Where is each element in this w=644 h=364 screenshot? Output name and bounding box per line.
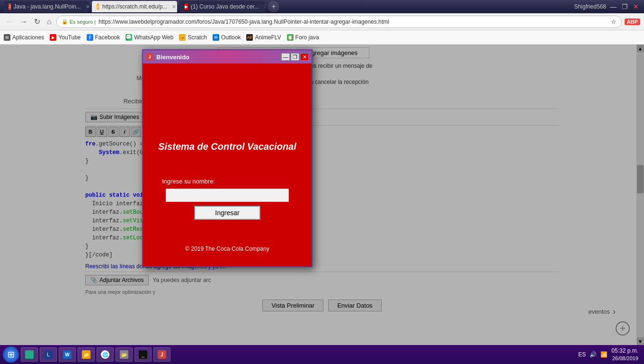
bookmark-scratch[interactable]: 🐱 Scratch (179, 34, 207, 41)
dialog-minimize-button[interactable]: — (281, 53, 290, 61)
dialog-title-text: Bienvenido (156, 54, 189, 61)
taskbar-icon-cmd: _ (139, 350, 147, 359)
taskbar: ⊞ L W 📁 🌐 📂 _ J ES 🔊 📶 05:32 p.m. 26/08/… (0, 345, 644, 364)
dialog-close-button[interactable]: ✕ (300, 53, 309, 61)
tab-bar: J Java - java.lang.NullPoin... ✕ S https… (4, 1, 279, 12)
url-input-box[interactable]: 🔒 Es seguro | https://www.lawebdelprogra… (56, 16, 622, 28)
windows-icon: ⊞ (8, 349, 15, 360)
dialog-name-input[interactable] (166, 189, 289, 202)
facebook-icon: f (87, 34, 93, 41)
scratch-icon: 🐱 (179, 34, 186, 41)
tab-label-java: Java - java.lang.NullPoin... (14, 3, 81, 10)
taskbar-icon-explorer: 📁 (82, 350, 90, 359)
dialog-titlebar: J Bienvenido — ❐ ✕ (143, 50, 312, 64)
tab-youtube[interactable]: ▶ (1) Curso Java desde cer... ✕ (180, 1, 265, 12)
tab-scratch[interactable]: S https://scratch.mit.edu/p... ✕ (92, 1, 177, 12)
tray-lang: ES (578, 351, 586, 358)
dialog-form: Ingrese su nombre: Ingresar (152, 178, 302, 220)
bookmarks-bar: ⊞ Aplicaciones ▶ YouTube f Facebook 💬 Wh… (0, 30, 644, 45)
tray-clock: 05:32 p.m. 26/08/2019 (611, 347, 638, 362)
tray-volume-icon[interactable]: 🔊 (590, 351, 597, 358)
tab-close-scratch[interactable]: ✕ (172, 4, 176, 10)
bookmark-facebook-label: Facebook (95, 34, 120, 41)
bookmark-star-icon[interactable]: ☆ (611, 18, 617, 25)
tab-favicon-scratch: S (97, 3, 99, 10)
taskbar-item-2[interactable]: L (40, 347, 57, 362)
apps-icon: ⊞ (4, 34, 10, 41)
dialog-footer: © 2019 The Coca-Cola Company (185, 246, 269, 257)
reload-button[interactable]: ↻ (32, 16, 42, 27)
dialog-overlay: J Bienvenido — ❐ ✕ Sistema de Control Va… (0, 45, 644, 345)
tab-label-scratch: https://scratch.mit.edu/p... (102, 3, 167, 10)
adblock-button[interactable]: ABP (625, 18, 640, 25)
foro-icon: 📋 (287, 34, 294, 41)
taskbar-icon-word: W (63, 350, 72, 359)
taskbar-tray: ES 🔊 📶 05:32 p.m. 26/08/2019 (575, 347, 641, 362)
secure-label: Es seguro (70, 19, 93, 25)
tab-favicon-youtube: ▶ (185, 3, 188, 10)
bookmark-facebook[interactable]: f Facebook (87, 34, 120, 41)
taskbar-item-java[interactable]: J (153, 347, 170, 362)
dialog-controls: — ❐ ✕ (281, 53, 309, 61)
dialog-body: Sistema de Control Vacacional Ingrese su… (143, 64, 312, 266)
outlook-icon: ✉ (213, 34, 219, 41)
taskbar-icon-1 (25, 350, 34, 359)
forward-button[interactable]: → (18, 17, 29, 27)
dialog-ingresar-button[interactable]: Ingresar (194, 206, 260, 220)
dialog-maximize-button[interactable]: ❐ (291, 53, 299, 61)
back-button[interactable]: ← (4, 17, 15, 27)
taskbar-item-3[interactable]: W (59, 347, 76, 362)
url-text: https://www.lawebdelprogramador.com/foro… (98, 18, 608, 25)
tab-favicon-java: J (9, 3, 11, 10)
title-bar: J Java - java.lang.NullPoin... ✕ S https… (0, 0, 644, 13)
bookmark-whatsapp[interactable]: 💬 WhatsApp Web (125, 34, 173, 41)
address-bar: ← → ↻ ⌂ 🔒 Es seguro | https://www.lawebd… (0, 13, 644, 30)
new-tab-button[interactable]: + (268, 1, 279, 12)
home-button[interactable]: ⌂ (45, 17, 54, 27)
tray-time: 05:32 p.m. (611, 347, 638, 355)
secure-badge: 🔒 Es seguro | (62, 18, 96, 25)
whatsapp-icon: 💬 (125, 34, 132, 41)
dialog-system-title: Sistema de Control Vacacional (158, 141, 296, 152)
tab-java[interactable]: J Java - java.lang.NullPoin... ✕ (4, 1, 89, 12)
taskbar-item-6[interactable]: 📂 (116, 347, 133, 362)
dialog-form-label: Ingrese su nombre: (152, 178, 215, 185)
taskbar-item-5[interactable]: 🌐 (97, 347, 114, 362)
bookmark-foro[interactable]: 📋 Foro java (287, 34, 319, 41)
bookmark-youtube[interactable]: ▶ YouTube (50, 34, 80, 41)
bookmark-outlook-label: Outlook (221, 34, 241, 41)
dialog-title-area: J Bienvenido (146, 53, 189, 61)
close-button[interactable]: ✕ (632, 2, 640, 11)
bookmark-aplicaciones[interactable]: ⊞ Aplicaciones (4, 34, 44, 41)
window-controls: Shigfried568 — ❐ ✕ (574, 2, 640, 11)
tab-close-youtube[interactable]: ✕ (264, 4, 265, 10)
taskbar-icon-files: 📂 (120, 350, 128, 359)
bookmark-foro-label: Foro java (295, 34, 319, 41)
dialog-window: J Bienvenido — ❐ ✕ Sistema de Control Va… (142, 49, 313, 267)
youtube-icon: ▶ (50, 34, 56, 41)
start-button[interactable]: ⊞ (3, 346, 19, 363)
dialog-app-icon: J (146, 53, 153, 61)
maximize-button[interactable]: ❐ (620, 2, 629, 11)
bookmark-scratch-label: Scratch (188, 34, 207, 41)
bookmark-anime-label: AnimeFLV (255, 34, 281, 41)
browser-content: Título: Mostrar tu correo en la web: Sí … (0, 45, 644, 345)
bookmark-whatsapp-label: WhatsApp Web (134, 34, 173, 41)
bookmark-outlook[interactable]: ✉ Outlook (213, 34, 241, 41)
bookmark-anime[interactable]: AF AnimeFLV (246, 34, 281, 41)
tab-close-java[interactable]: ✕ (86, 4, 89, 10)
taskbar-item-1[interactable] (21, 347, 38, 362)
anime-icon: AF (246, 34, 253, 41)
bookmark-youtube-label: YouTube (58, 34, 80, 41)
taskbar-icon-chrome: 🌐 (101, 350, 109, 359)
minimize-button[interactable]: — (609, 2, 617, 11)
taskbar-item-7[interactable]: _ (134, 347, 152, 362)
taskbar-item-4[interactable]: 📁 (78, 347, 95, 362)
tray-date: 26/08/2019 (611, 355, 638, 362)
tray-network-icon[interactable]: 📶 (600, 351, 608, 358)
tab-label-youtube: (1) Curso Java desde cer... (191, 3, 259, 10)
taskbar-icon-2: L (44, 350, 53, 359)
taskbar-icon-java: J (158, 350, 166, 359)
username-label: Shigfried568 (574, 3, 606, 10)
lock-icon: 🔒 (62, 18, 68, 25)
